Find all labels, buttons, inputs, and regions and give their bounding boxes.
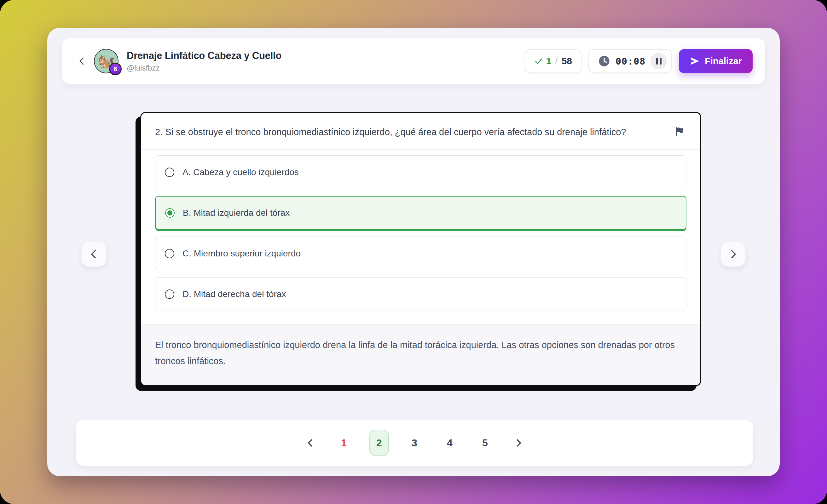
flag-question-button[interactable] — [673, 125, 686, 139]
paper-plane-icon — [690, 56, 700, 66]
pagination-prev-button[interactable] — [302, 435, 318, 451]
avatar[interactable]: 🐿️ 6 — [94, 49, 118, 73]
quiz-header: 🐿️ 6 Drenaje Linfático Cabeza y Cuello @… — [62, 38, 765, 85]
score-badge: 1 / 58 — [525, 49, 581, 73]
page-button-3[interactable]: 3 — [405, 430, 424, 456]
score-total: 58 — [562, 56, 572, 66]
next-question-button[interactable] — [721, 242, 746, 267]
pause-button[interactable] — [650, 53, 667, 69]
score-separator: / — [555, 56, 557, 66]
pause-icon — [656, 58, 658, 64]
chevron-left-icon — [77, 56, 87, 66]
timer-value: 00:08 — [616, 56, 645, 67]
pagination-next-button[interactable] — [510, 435, 526, 451]
option-a[interactable]: A. Cabeza y cuello izquierdos — [155, 155, 686, 189]
option-label: A. Cabeza y cuello izquierdos — [183, 167, 299, 178]
chevron-left-icon — [89, 249, 99, 260]
pagination-bar: 1 2 3 4 5 — [76, 419, 753, 466]
timer-badge: 00:08 — [588, 49, 672, 73]
option-label: B. Mitad izquierda del tórax — [183, 208, 290, 218]
background-gradient: 🐿️ 6 Drenaje Linfático Cabeza y Cuello @… — [0, 0, 827, 504]
radio-button[interactable] — [165, 167, 174, 177]
question-text: 2. Si se obstruye el tronco bronquiomedi… — [155, 124, 650, 140]
answer-explanation: El tronco bronquiomediastínico izquierdo… — [141, 324, 700, 385]
quiz-title-block: Drenaje Linfático Cabeza y Cuello @luisf… — [127, 50, 282, 72]
option-c[interactable]: C. Miembro superior izquierdo — [155, 237, 686, 270]
option-d[interactable]: D. Mitad derecha del tórax — [155, 277, 686, 311]
chevron-right-icon — [728, 249, 738, 260]
radio-button[interactable] — [165, 208, 175, 218]
clock-icon — [598, 55, 611, 67]
radio-button[interactable] — [165, 249, 174, 258]
chevron-right-icon — [514, 438, 523, 448]
checkmark-icon — [534, 57, 543, 65]
author-username: @luisfbzz — [127, 64, 282, 72]
flag-icon — [674, 126, 685, 137]
page-button-2[interactable]: 2 — [370, 430, 389, 456]
score-current: 1 — [546, 56, 551, 66]
page-button-5[interactable]: 5 — [475, 430, 495, 456]
chevron-left-icon — [306, 438, 315, 448]
option-b[interactable]: B. Mitad izquierda del tórax — [155, 196, 686, 230]
options-list: A. Cabeza y cuello izquierdos B. Mitad i… — [141, 149, 700, 324]
finish-button[interactable]: Finalizar — [679, 49, 752, 73]
question-card: 2. Si se obstruye el tronco bronquiomedi… — [140, 112, 701, 386]
question-header: 2. Si se obstruye el tronco bronquiomedi… — [141, 113, 700, 149]
option-label: C. Miembro superior izquierdo — [183, 249, 301, 259]
previous-question-button[interactable] — [81, 242, 106, 267]
page-button-1[interactable]: 1 — [334, 430, 354, 456]
back-button[interactable] — [75, 54, 90, 69]
avatar-level-badge: 6 — [109, 63, 121, 75]
finish-button-label: Finalizar — [705, 56, 742, 66]
page-button-4[interactable]: 4 — [440, 430, 459, 456]
option-label: D. Mitad derecha del tórax — [183, 289, 286, 299]
header-actions: 1 / 58 00:08 Finalizar — [525, 49, 752, 73]
quiz-app-card: 🐿️ 6 Drenaje Linfático Cabeza y Cuello @… — [47, 28, 780, 476]
radio-button[interactable] — [165, 290, 174, 299]
page-title: Drenaje Linfático Cabeza y Cuello — [127, 50, 282, 61]
